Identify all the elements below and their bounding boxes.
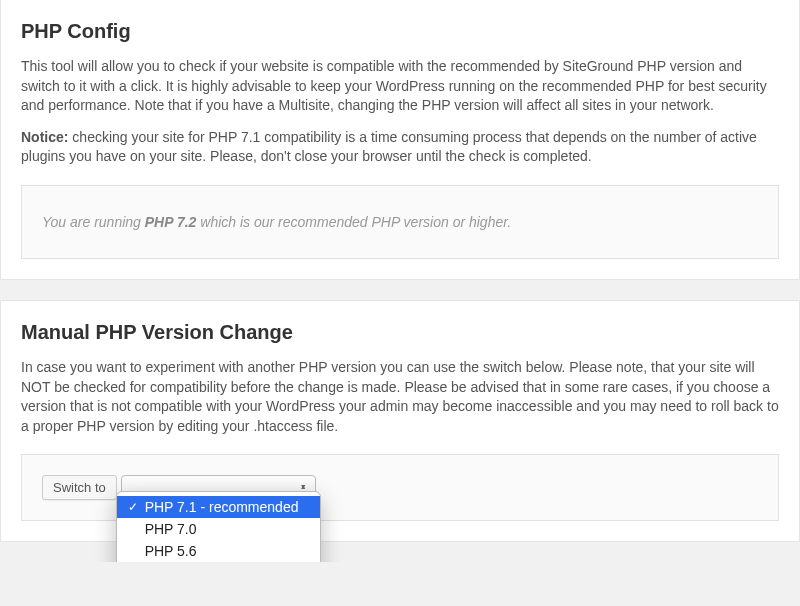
dropdown-option-label: PHP 7.0 xyxy=(145,521,197,537)
php-version-callout: You are running PHP 7.2 which is our rec… xyxy=(21,185,779,259)
notice-text: Notice: checking your site for PHP 7.1 c… xyxy=(21,128,779,167)
section-title: PHP Config xyxy=(21,20,779,43)
switch-to-button[interactable]: Switch to xyxy=(42,475,117,500)
section-title: Manual PHP Version Change xyxy=(21,321,779,344)
php-version-dropdown: ✓ PHP 7.1 - recommended ✓ PHP 7.0 ✓ PHP … xyxy=(116,491,321,562)
php-version-select-wrap: ▲▼ ✓ PHP 7.1 - recommended ✓ PHP 7.0 ✓ P… xyxy=(121,475,316,499)
php-config-section: PHP Config This tool will allow you to c… xyxy=(0,0,800,280)
check-icon: ✓ xyxy=(125,500,141,514)
manual-php-section: Manual PHP Version Change In case you wa… xyxy=(0,300,800,542)
dropdown-option[interactable]: ✓ PHP 7.0 xyxy=(117,518,320,540)
notice-body: checking your site for PHP 7.1 compatibi… xyxy=(21,129,757,165)
section-description: In case you want to experiment with anot… xyxy=(21,358,779,436)
button-label: Switch to xyxy=(53,480,106,495)
section-description: This tool will allow you to check if you… xyxy=(21,57,779,116)
dropdown-option-label: PHP 7.1 - recommended xyxy=(145,499,299,515)
dropdown-option-label: PHP 5.6 xyxy=(145,543,197,559)
notice-label: Notice: xyxy=(21,129,68,145)
callout-version: PHP 7.2 xyxy=(145,214,197,230)
callout-post: which is our recommended PHP version or … xyxy=(196,214,511,230)
dropdown-option[interactable]: ✓ PHP 7.1 - recommended xyxy=(117,496,320,518)
switch-box: Switch to ▲▼ ✓ PHP 7.1 - recommended ✓ P… xyxy=(21,454,779,521)
dropdown-option[interactable]: ✓ PHP 5.6 xyxy=(117,540,320,562)
callout-pre: You are running xyxy=(42,214,145,230)
